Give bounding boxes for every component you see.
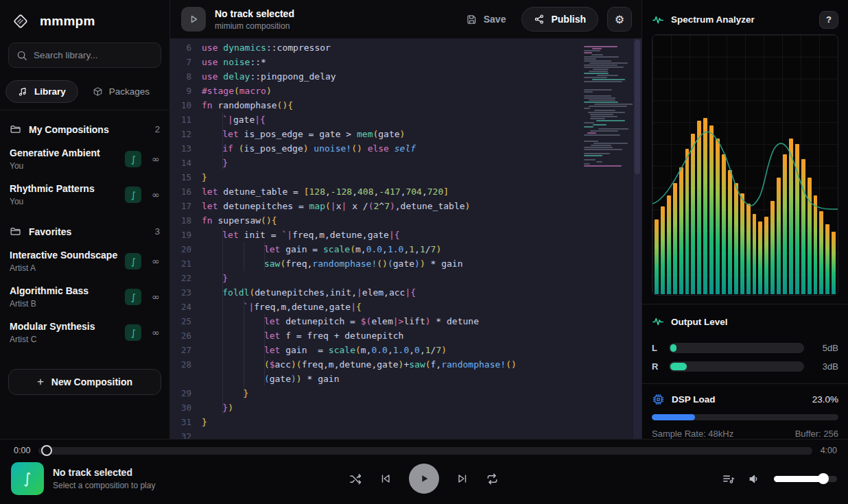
- now-playing-subtitle: Select a composition to play: [53, 481, 155, 490]
- section-count: 2: [155, 124, 160, 134]
- previous-button[interactable]: [379, 472, 392, 485]
- folder-icon: [10, 123, 21, 135]
- panel-divider: [642, 304, 848, 304]
- package-icon: [93, 86, 103, 97]
- volume-fill: [774, 476, 823, 482]
- plus-icon: +: [37, 375, 44, 389]
- code-text: fn randomphase(){: [202, 98, 293, 112]
- folder-icon: [10, 226, 21, 237]
- search-placeholder: Search library...: [34, 50, 98, 60]
- transport-controls: [349, 464, 499, 494]
- composition-list-item[interactable]: Algorithmic BassArtist B∫∞: [0, 279, 169, 315]
- level-value: 3dB: [812, 361, 838, 372]
- share-icon: [534, 14, 545, 25]
- settings-button[interactable]: ⚙: [607, 7, 632, 32]
- line-number: 23: [170, 285, 202, 300]
- item-title: Algorithmic Bass: [10, 285, 119, 296]
- tab-packages[interactable]: Packages: [81, 81, 161, 102]
- line-number: 24: [170, 300, 202, 314]
- code-line: 26let f = freq + detunepitch: [170, 328, 641, 343]
- volume-icon[interactable]: [748, 472, 761, 485]
- dsp-load-bar: [652, 414, 838, 420]
- code-line: 24`|freq,m,detune,gate|{: [170, 300, 641, 314]
- preview-play-button[interactable]: [181, 7, 206, 32]
- code-text: saw(freq,randomphase!()(gate)) * gain: [202, 256, 463, 271]
- composition-list-item[interactable]: Modular SynthesisArtist C∫∞: [0, 315, 169, 350]
- item-artist: Artist A: [10, 263, 119, 273]
- play-button[interactable]: [409, 464, 439, 494]
- code-text: use delay::pingpong_delay: [202, 69, 336, 84]
- time-elapsed: 0:00: [14, 446, 30, 455]
- code-text: let gain = scale(m,0.0,1.0,1,1/7): [202, 242, 441, 256]
- line-number: 12: [170, 127, 202, 141]
- time-total: 4:00: [821, 446, 837, 455]
- code-text: let detune_table = [128,-128,408,-417,70…: [202, 184, 449, 199]
- item-title: Interactive Soundscape: [10, 250, 119, 261]
- repeat-button[interactable]: [486, 472, 499, 485]
- code-text: foldl(detunepitches,init,|elem,acc|{: [202, 285, 416, 300]
- code-text: let f = freq + detunepitch: [202, 328, 403, 343]
- section-header: My Compositions2: [0, 110, 169, 141]
- code-text: (gate)) * gain: [202, 372, 339, 386]
- editor-scrollbar[interactable]: [633, 38, 641, 439]
- line-number: 20: [170, 242, 202, 256]
- seek-handle[interactable]: [41, 445, 52, 456]
- sample-rate-label: Sample Rate: 48kHz: [652, 429, 733, 439]
- code-line: 28($acc)(freq,m,detune,gate)+saw(f,rando…: [170, 357, 641, 372]
- line-number: 21: [170, 256, 202, 271]
- section-count: 3: [155, 226, 160, 237]
- tab-library[interactable]: Library: [5, 80, 78, 103]
- code-line: 29}: [170, 386, 641, 400]
- code-text: }: [202, 156, 228, 170]
- code-line: 17let detunepitches = map(|x| x /(2^7),d…: [170, 199, 641, 213]
- item-title: Generative Ambient: [10, 147, 119, 158]
- new-composition-button[interactable]: + New Composition: [8, 369, 161, 395]
- code-line: 32: [170, 429, 641, 439]
- code-line: 18fn supersaw(){: [170, 213, 641, 228]
- code-text: let gain = scale(m,0.0,1.0,0,1/7): [202, 343, 447, 357]
- composition-list-item[interactable]: Generative AmbientYou∫∞: [0, 141, 169, 177]
- channel-label: L: [652, 343, 661, 353]
- timeline: 0:00 4:00: [0, 440, 848, 457]
- spectrum-title: Spectrum Analyzer: [671, 14, 755, 25]
- player-right-controls: [722, 472, 837, 485]
- search-input[interactable]: Search library...: [8, 43, 161, 68]
- publish-button[interactable]: Publish: [521, 7, 598, 32]
- save-label: Save: [484, 14, 506, 25]
- line-number: 13: [170, 141, 202, 156]
- composition-list-item[interactable]: Interactive SoundscapeArtist A∫∞: [0, 243, 169, 279]
- track-header-subtitle: mimium composition: [215, 21, 294, 31]
- code-text: `|freq,m,detune,gate|{: [202, 300, 362, 314]
- line-number: 19: [170, 228, 202, 242]
- code-line: 22}: [170, 271, 641, 285]
- sidebar-tabs: Library Packages: [0, 77, 169, 110]
- code-line: 11`|gate|{: [170, 112, 641, 127]
- help-button[interactable]: ?: [819, 11, 838, 29]
- line-number: 6: [170, 40, 202, 55]
- editor-minimap: [584, 42, 629, 169]
- line-number: 17: [170, 199, 202, 213]
- composition-list-item[interactable]: Rhythmic PatternsYou∫∞: [0, 177, 169, 213]
- level-value: 5dB: [812, 343, 838, 353]
- code-line: 30}): [170, 400, 641, 415]
- queue-icon[interactable]: [722, 472, 735, 485]
- line-number: 15: [170, 170, 202, 184]
- volume-handle[interactable]: [818, 473, 829, 484]
- line-number: 30: [170, 400, 202, 415]
- seek-bar[interactable]: [38, 447, 812, 455]
- line-number: [170, 372, 202, 386]
- line-number: 9: [170, 84, 202, 98]
- save-button[interactable]: Save: [459, 8, 513, 31]
- editor-scrollbar-thumb[interactable]: [635, 40, 640, 174]
- track-header: No track selected mimium composition: [215, 8, 294, 31]
- shuffle-button[interactable]: [349, 472, 362, 485]
- code-text: use dynamics::compressor: [202, 40, 331, 55]
- line-number: 10: [170, 98, 202, 112]
- now-playing-info: No track selected Select a composition t…: [53, 467, 155, 490]
- volume-slider[interactable]: [774, 476, 837, 482]
- code-editor[interactable]: 6use dynamics::compressor7use noise::*8u…: [170, 38, 641, 439]
- code-text: use noise::*: [202, 55, 266, 69]
- infinity-icon: ∞: [152, 327, 160, 338]
- code-text: let detunepitches = map(|x| x /(2^7),det…: [202, 199, 470, 213]
- next-button[interactable]: [456, 472, 469, 485]
